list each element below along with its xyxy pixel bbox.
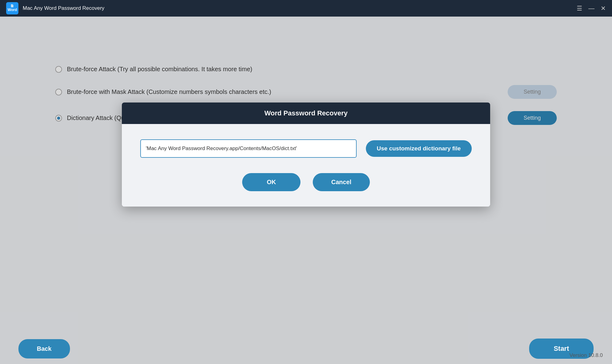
bottom-bar: Back Start [0, 333, 612, 364]
dialog-actions: OK Cancel [140, 173, 472, 191]
back-button[interactable]: Back [18, 339, 70, 358]
app-logo: 📄 Word [6, 2, 18, 14]
dialog-body: Use customized dictionary file OK Cancel [122, 124, 490, 207]
dialog-header: Word Password Recovery [122, 103, 490, 124]
window-controls: ☰ — ✕ [577, 5, 606, 11]
dict-path-input[interactable] [140, 139, 357, 158]
app-title: Mac Any Word Password Recovery [23, 5, 104, 11]
version-text: Version 10.8.0 [569, 352, 603, 358]
dialog-title: Word Password Recovery [264, 109, 347, 117]
logo-text: 📄 Word [8, 4, 17, 12]
titlebar: 📄 Word Mac Any Word Password Recovery ☰ … [0, 0, 612, 17]
main-content: Brute-force Attack (Try all possible com… [0, 17, 612, 364]
dialog: Word Password Recovery Use customized di… [122, 103, 490, 207]
dialog-input-row: Use customized dictionary file [140, 139, 472, 158]
use-dict-button[interactable]: Use customized dictionary file [366, 140, 472, 157]
minimize-button[interactable]: — [588, 5, 595, 11]
dialog-overlay: Word Password Recovery Use customized di… [0, 17, 612, 364]
close-button[interactable]: ✕ [601, 5, 606, 11]
cancel-button[interactable]: Cancel [313, 173, 370, 191]
menu-button[interactable]: ☰ [577, 5, 582, 11]
ok-button[interactable]: OK [242, 173, 300, 191]
